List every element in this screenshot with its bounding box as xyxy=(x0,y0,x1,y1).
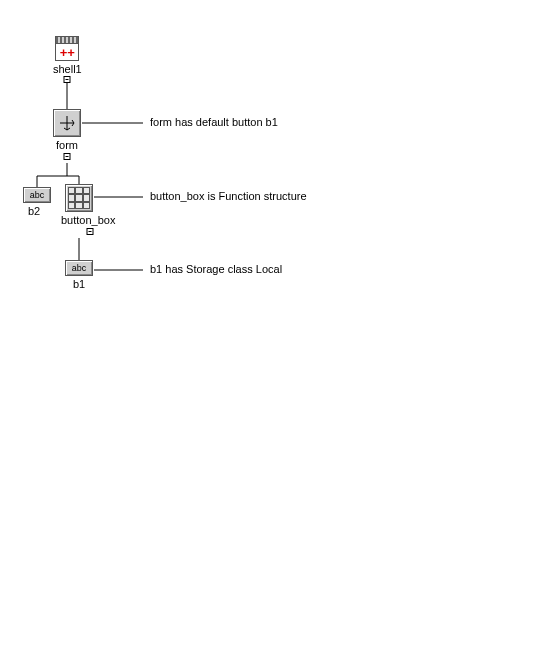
node-button-box[interactable]: button_box xyxy=(65,184,115,226)
node-b2[interactable]: abc b2 xyxy=(23,187,51,217)
node-label-shell1: shell1 xyxy=(53,63,82,75)
annotation-button-box: button_box is Function structure xyxy=(150,190,310,203)
annotation-b1: b1 has Storage class Local xyxy=(150,263,310,276)
form-icon xyxy=(53,109,81,137)
node-form[interactable]: form xyxy=(53,109,81,151)
abc-icon: abc xyxy=(65,260,93,276)
node-b1[interactable]: abc b1 xyxy=(65,260,93,290)
node-label-button-box: button_box xyxy=(61,214,115,226)
connector-lines xyxy=(0,0,549,650)
expand-handle[interactable] xyxy=(87,228,94,235)
abc-icon: abc xyxy=(23,187,51,203)
shell-icon: ++ xyxy=(53,36,82,61)
expand-handle[interactable] xyxy=(64,153,71,160)
expand-handle[interactable] xyxy=(64,76,71,83)
node-label-b2: b2 xyxy=(17,205,51,217)
grid-icon xyxy=(65,184,93,212)
node-label-form: form xyxy=(53,139,81,151)
annotation-form: form has default button b1 xyxy=(150,116,310,129)
node-label-b1: b1 xyxy=(65,278,93,290)
node-shell1[interactable]: ++ shell1 xyxy=(53,36,82,75)
